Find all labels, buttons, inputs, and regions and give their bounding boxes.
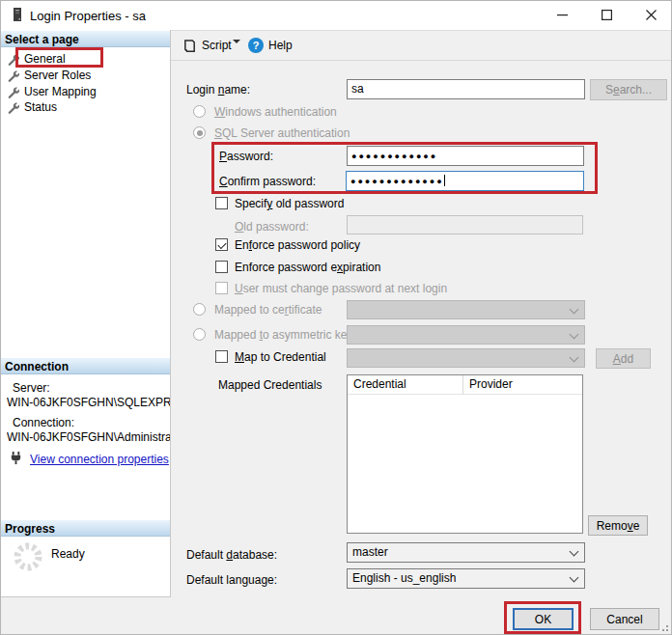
- close-icon: [646, 10, 657, 20]
- maximize-button[interactable]: [584, 1, 629, 29]
- mapped-to-certificate-radio: [193, 303, 206, 316]
- chevron-down-icon: [233, 40, 240, 57]
- remove-button-label: Remove: [597, 519, 640, 533]
- column-header-credential: Credential: [348, 375, 463, 394]
- wrench-icon: [7, 53, 19, 66]
- login-name-input[interactable]: sa: [347, 79, 585, 99]
- mapped-to-certificate-label: Mapped to certificate: [214, 303, 322, 317]
- progress-status: Ready: [51, 547, 85, 561]
- connection-header: Connection: [1, 358, 170, 374]
- wrench-icon: [7, 69, 19, 82]
- password-value: ●●●●●●●●●●●●: [351, 152, 437, 161]
- minimize-icon: [557, 10, 568, 20]
- must-change-password-label: User must change password at next login: [235, 282, 447, 295]
- maximize-icon: [602, 10, 612, 20]
- script-label: Script: [202, 39, 232, 52]
- confirm-password-label: Confirm password:: [219, 175, 316, 188]
- table-header-row: Credential Provider: [348, 375, 582, 395]
- server-label: Server:: [13, 381, 50, 395]
- script-dropdown-button[interactable]: [233, 43, 240, 57]
- search-button-label: Search...: [605, 83, 652, 97]
- connection-properties-icon: [9, 451, 23, 468]
- enforce-password-policy-checkbox[interactable]: [215, 238, 228, 251]
- progress-spinner-icon: [13, 541, 43, 575]
- help-icon: ?: [248, 38, 264, 53]
- minimize-button[interactable]: [540, 1, 584, 29]
- text-cursor: [444, 175, 445, 186]
- sidebar-item-user-mapping[interactable]: User Mapping: [7, 84, 166, 99]
- enforce-password-expiration-label: Enforce password expiration: [235, 261, 380, 274]
- must-change-password-checkbox: [215, 282, 228, 294]
- mapped-to-asymmetric-key-radio: [193, 328, 206, 341]
- cancel-button[interactable]: Cancel: [590, 608, 659, 630]
- sidebar-item-status[interactable]: Status: [7, 99, 166, 115]
- script-button[interactable]: Script: [179, 34, 236, 57]
- search-button: Search...: [590, 79, 667, 100]
- password-label: Password:: [219, 150, 273, 163]
- specify-old-password-checkbox[interactable]: [215, 197, 228, 209]
- window-title: Login Properties - sa: [30, 9, 146, 23]
- script-icon: [182, 39, 197, 53]
- map-to-credential-checkbox[interactable]: [215, 350, 228, 363]
- chevron-down-icon: [570, 353, 579, 363]
- chevron-down-icon: [570, 547, 579, 557]
- asymmetric-key-combobox: [347, 325, 585, 345]
- confirm-password-input[interactable]: ●●●●●●●●●●●●●: [346, 171, 584, 191]
- close-button[interactable]: [629, 1, 672, 29]
- specify-old-password-label: Specify old password: [235, 197, 344, 210]
- enforce-password-expiration-checkbox[interactable]: [215, 261, 228, 273]
- progress-header: Progress: [1, 520, 170, 537]
- help-button[interactable]: ? Help: [244, 34, 296, 57]
- sql-auth-label: SQL Server authentication: [214, 126, 350, 140]
- mapped-to-asymmetric-key-label: Mapped to asymmetric key: [214, 328, 352, 342]
- old-password-input: [347, 215, 583, 235]
- confirm-password-value: ●●●●●●●●●●●●●: [350, 177, 444, 186]
- ok-button-label: OK: [535, 613, 551, 626]
- login-properties-dialog: Login Properties - sa Select a page Gene…: [0, 0, 672, 635]
- resize-grip[interactable]: [660, 623, 668, 631]
- ok-button[interactable]: OK: [513, 608, 574, 630]
- chevron-down-icon: [570, 330, 579, 340]
- chevron-down-icon: [570, 305, 579, 315]
- server-value: WIN-06JKF0SFGHN\SQLEXPRES: [7, 396, 170, 409]
- sidebar-item-label: Server Roles: [24, 69, 91, 82]
- map-to-credential-label: Map to Credential: [235, 350, 326, 364]
- column-header-provider: Provider: [463, 375, 513, 394]
- connection-value: WIN-06JKF0SFGHN\Administrator: [7, 430, 170, 444]
- default-language-combobox[interactable]: English - us_english: [347, 568, 585, 589]
- windows-auth-label: Windows authentication: [214, 105, 337, 119]
- checkmark-icon: [217, 239, 226, 248]
- sidebar-item-server-roles[interactable]: Server Roles: [7, 68, 166, 83]
- default-language-label: Default language:: [186, 573, 277, 587]
- select-a-page-header: Select a page: [1, 31, 170, 47]
- default-database-value: master: [352, 545, 388, 559]
- credential-combobox: [347, 348, 585, 368]
- sidebar-item-general[interactable]: General: [7, 51, 166, 67]
- chevron-down-icon: [570, 573, 579, 583]
- view-connection-properties-link[interactable]: View connection properties: [30, 453, 169, 466]
- add-button: Add: [596, 348, 651, 369]
- help-label: Help: [268, 39, 293, 52]
- password-input[interactable]: ●●●●●●●●●●●●: [347, 146, 584, 166]
- windows-auth-radio: [193, 105, 206, 118]
- sql-auth-radio: [193, 126, 206, 139]
- cancel-button-label: Cancel: [606, 613, 642, 626]
- wrench-icon: [7, 86, 19, 98]
- certificate-combobox: [347, 300, 585, 319]
- sidebar-item-label: User Mapping: [24, 85, 97, 98]
- enforce-password-policy-label: Enforce password policy: [235, 238, 360, 252]
- connection-label: Connection:: [13, 416, 74, 429]
- sidebar: Select a page General Server Roles User …: [1, 30, 171, 597]
- remove-button[interactable]: Remove: [588, 515, 648, 536]
- old-password-label: Old password:: [235, 220, 309, 234]
- mapped-credentials-table[interactable]: Credential Provider: [347, 374, 583, 534]
- server-icon: [11, 7, 24, 26]
- sidebar-item-label: General: [24, 52, 66, 66]
- login-name-label: Login name:: [186, 83, 250, 97]
- mapped-credentials-label: Mapped Credentials: [218, 378, 322, 392]
- default-database-label: Default database:: [186, 548, 277, 562]
- login-name-value: sa: [351, 82, 364, 96]
- wrench-icon: [7, 101, 19, 114]
- default-language-value: English - us_english: [352, 571, 456, 585]
- default-database-combobox[interactable]: master: [347, 542, 585, 563]
